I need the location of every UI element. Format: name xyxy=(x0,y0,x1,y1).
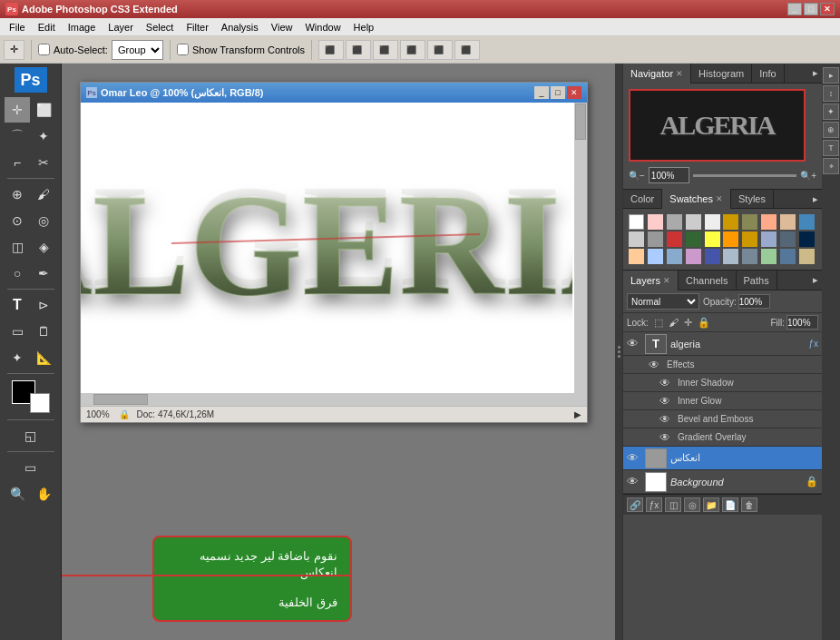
swatch-3[interactable] xyxy=(686,214,701,230)
eye-gradient-icon[interactable]: 👁 xyxy=(659,431,674,444)
tab-paths[interactable]: Paths xyxy=(737,271,777,290)
fill-input[interactable] xyxy=(786,315,818,330)
swatch-23[interactable] xyxy=(686,249,701,264)
swatch-6[interactable] xyxy=(742,214,757,230)
swatch-white[interactable] xyxy=(629,214,644,230)
new-group-btn[interactable]: 📁 xyxy=(703,497,719,512)
auto-select-checkbox[interactable] xyxy=(38,44,50,55)
swatch-2[interactable] xyxy=(667,214,682,230)
zoom-input[interactable]: 100% xyxy=(649,167,689,183)
slice-tool[interactable]: ✂ xyxy=(31,150,56,175)
close-button[interactable]: ✕ xyxy=(820,3,835,15)
screen-mode-tool[interactable]: ▭ xyxy=(18,455,44,480)
menu-layer[interactable]: Layer xyxy=(103,20,139,34)
add-fx-btn[interactable]: ƒx xyxy=(646,497,662,512)
layer-algeria[interactable]: 👁 T algeria ƒx xyxy=(623,332,822,356)
menu-image[interactable]: Image xyxy=(63,20,102,34)
vert-btn-1[interactable]: ▸ xyxy=(823,67,839,84)
hand-tool[interactable]: ✋ xyxy=(31,481,56,507)
swatch-8[interactable] xyxy=(780,214,796,230)
close-navigator-icon[interactable]: ✕ xyxy=(676,69,683,78)
dodge-tool[interactable]: ○ xyxy=(5,261,30,286)
menu-view[interactable]: View xyxy=(266,20,298,34)
tab-channels[interactable]: Channels xyxy=(679,271,736,290)
healing-tool[interactable]: ⊕ xyxy=(5,182,30,207)
effect-inner-shadow[interactable]: 👁 Inner Shadow xyxy=(623,374,822,392)
menu-file[interactable]: File xyxy=(4,20,31,34)
path-select-tool[interactable]: ⊳ xyxy=(31,292,56,318)
magic-wand-tool[interactable]: ✦ xyxy=(31,123,56,149)
text-tool[interactable]: T xyxy=(5,292,30,318)
vert-btn-5[interactable]: T xyxy=(823,140,839,156)
lock-all-icon[interactable]: 🔒 xyxy=(698,317,710,329)
tab-color[interactable]: Color xyxy=(623,189,662,209)
opacity-input[interactable] xyxy=(738,294,770,309)
show-transform-checkbox[interactable] xyxy=(177,44,189,55)
new-layer-btn[interactable]: 📄 xyxy=(722,497,738,512)
panel-resize-handle[interactable] xyxy=(615,64,622,640)
align-top-btn[interactable]: ⬛ xyxy=(400,40,425,60)
eyedropper-tool[interactable]: ✦ xyxy=(5,345,30,370)
swatch-18[interactable] xyxy=(780,231,796,247)
link-layers-btn[interactable]: 🔗 xyxy=(627,497,643,512)
layer-background[interactable]: 👁 Background 🔒 xyxy=(623,470,822,494)
swatch-24[interactable] xyxy=(705,249,720,264)
move-tool[interactable]: ✛ xyxy=(5,97,30,123)
effect-gradient-overlay[interactable]: 👁 Gradient Overlay xyxy=(623,428,822,447)
tab-info[interactable]: Info xyxy=(752,64,784,84)
align-left-btn[interactable]: ⬛ xyxy=(318,40,344,60)
swatches-options-icon[interactable]: ▸ xyxy=(809,193,822,205)
layers-options-icon[interactable]: ▸ xyxy=(809,274,822,286)
swatch-4[interactable] xyxy=(705,214,720,230)
effects-header-item[interactable]: 👁 Effects xyxy=(623,356,822,374)
swatch-21[interactable] xyxy=(648,249,663,264)
marquee-tool[interactable]: ⬜ xyxy=(31,97,56,123)
quick-mask-tool[interactable]: ◱ xyxy=(18,423,44,448)
swatch-27[interactable] xyxy=(761,249,777,264)
eye-inner-shadow-icon[interactable]: 👁 xyxy=(659,377,674,389)
close-layers-icon[interactable]: ✕ xyxy=(663,276,670,285)
brush-tool[interactable]: 🖌 xyxy=(31,182,56,207)
close-swatches-icon[interactable]: ✕ xyxy=(716,194,723,203)
effect-bevel-emboss[interactable]: 👁 Bevel and Emboss xyxy=(623,410,822,428)
lasso-tool[interactable]: ⌒ xyxy=(5,123,30,149)
eye-bevel-icon[interactable]: 👁 xyxy=(659,413,674,426)
swatch-7[interactable] xyxy=(761,214,777,230)
auto-select-dropdown[interactable]: Group Layer xyxy=(112,40,163,60)
move-tool-btn[interactable]: ✛ xyxy=(4,40,24,60)
swatch-17[interactable] xyxy=(761,231,777,247)
menu-edit[interactable]: Edit xyxy=(33,20,61,34)
swatch-22[interactable] xyxy=(667,249,682,264)
doc-close-button[interactable]: ✕ xyxy=(567,86,581,99)
align-middle-btn[interactable]: ⬛ xyxy=(427,40,453,60)
align-bottom-btn[interactable]: ⬛ xyxy=(454,40,480,60)
shape-tool[interactable]: ▭ xyxy=(5,319,30,344)
layer-enkeas[interactable]: 👁 انعكاس xyxy=(623,447,822,470)
minimize-button[interactable]: _ xyxy=(787,3,802,15)
vertical-scrollbar[interactable] xyxy=(574,103,587,393)
scrollbar-thumb-v[interactable] xyxy=(575,103,586,140)
swatch-13[interactable] xyxy=(686,231,701,247)
panel-options-icon[interactable]: ▸ xyxy=(809,67,822,79)
swatch-12[interactable] xyxy=(667,231,682,247)
menu-analysis[interactable]: Analysis xyxy=(216,20,264,34)
swatch-16[interactable] xyxy=(742,231,757,247)
vert-btn-3[interactable]: ✦ xyxy=(823,103,839,120)
eye-bg-icon[interactable]: 👁 xyxy=(627,475,641,488)
swatch-5[interactable] xyxy=(723,214,738,230)
swatch-10[interactable] xyxy=(629,231,644,247)
eye-algeria-icon[interactable]: 👁 xyxy=(627,337,641,350)
zoom-slider[interactable] xyxy=(693,174,796,177)
horizontal-scrollbar[interactable] xyxy=(81,393,587,406)
tab-styles[interactable]: Styles xyxy=(731,189,774,209)
swatch-20[interactable] xyxy=(629,249,644,264)
tab-layers[interactable]: Layers ✕ xyxy=(623,271,679,290)
swatch-29[interactable] xyxy=(799,249,815,264)
swatch-26[interactable] xyxy=(742,249,757,264)
menu-select[interactable]: Select xyxy=(141,20,180,34)
align-center-btn[interactable]: ⬛ xyxy=(346,40,371,60)
eye-enkeas-icon[interactable]: 👁 xyxy=(627,451,641,465)
zoom-in-icon[interactable]: 🔍+ xyxy=(800,171,816,181)
scrollbar-thumb-h[interactable] xyxy=(93,394,148,405)
tab-swatches[interactable]: Swatches ✕ xyxy=(662,189,731,209)
